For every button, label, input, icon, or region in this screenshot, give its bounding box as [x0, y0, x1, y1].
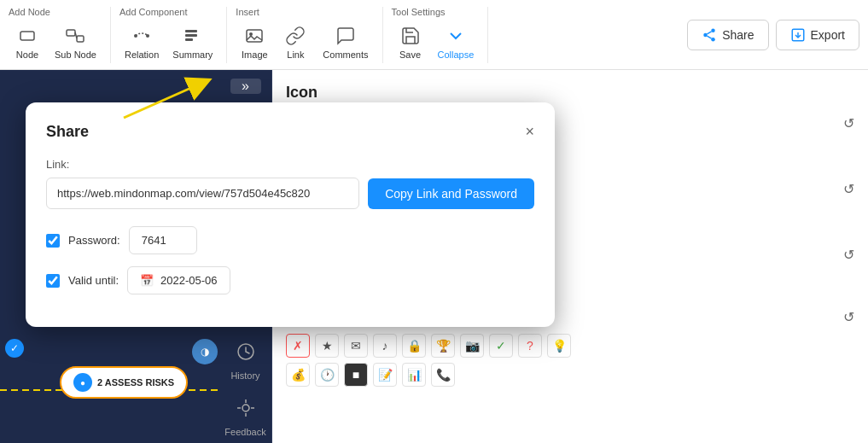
- password-label: Password:: [68, 234, 120, 247]
- valid-until-value[interactable]: 📅 2022-05-06: [127, 266, 230, 294]
- copy-link-button[interactable]: Copy Link and Password: [368, 178, 534, 209]
- link-input[interactable]: [46, 178, 359, 209]
- valid-until-label: Valid until:: [68, 274, 119, 287]
- modal-overlay: Share × Link: Copy Link and Password Pas…: [0, 0, 868, 443]
- password-value: 7641: [129, 226, 197, 254]
- link-field-label: Link:: [46, 158, 534, 171]
- password-row: Password: 7641: [46, 226, 534, 254]
- valid-until-checkbox[interactable]: [46, 274, 60, 288]
- modal-header: Share ×: [46, 123, 534, 141]
- share-modal: Share × Link: Copy Link and Password Pas…: [26, 102, 555, 327]
- calendar-icon: 📅: [140, 274, 154, 287]
- modal-close-button[interactable]: ×: [525, 123, 534, 141]
- valid-until-row: Valid until: 📅 2022-05-06: [46, 266, 534, 294]
- date-text: 2022-05-06: [160, 274, 218, 287]
- modal-title: Share: [46, 123, 89, 141]
- modal-link-row: Copy Link and Password: [46, 178, 534, 209]
- password-checkbox[interactable]: [46, 234, 60, 248]
